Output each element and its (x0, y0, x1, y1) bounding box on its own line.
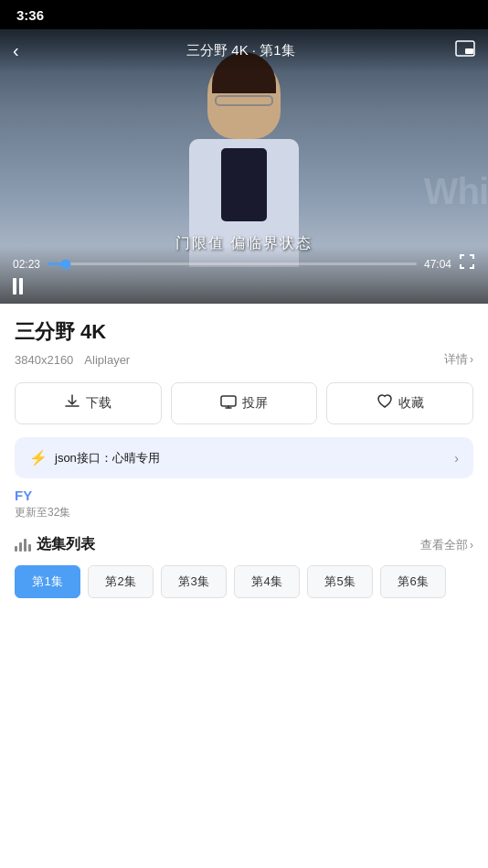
json-banner[interactable]: ⚡ json接口：心晴专用 › (15, 437, 473, 478)
pause-bar-2 (19, 278, 23, 295)
current-time: 02:23 (13, 258, 40, 271)
action-buttons: 下载 投屏 收藏 (15, 382, 473, 424)
svg-rect-1 (465, 48, 473, 54)
cast-icon (220, 393, 237, 413)
episode-item[interactable]: 第6集 (380, 565, 446, 598)
progress-dot (61, 259, 71, 269)
bar4 (28, 544, 31, 552)
cast-button[interactable]: 投屏 (171, 382, 318, 424)
episode-item[interactable]: 第5集 (307, 565, 373, 598)
detail-chevron-icon: › (470, 353, 473, 366)
episode-item[interactable]: 第2集 (88, 565, 154, 598)
whi-overlay: Whi (424, 171, 488, 212)
episode-section: 选集列表 查看全部 › 第1集第2集第3集第4集第5集第6集 (0, 524, 488, 605)
json-arrow-icon: › (454, 451, 459, 466)
pause-bar-1 (13, 278, 16, 295)
bar3 (24, 539, 27, 552)
person-glasses (215, 95, 273, 106)
back-button[interactable]: ‹ (13, 40, 19, 61)
bar1 (15, 546, 17, 552)
download-button[interactable]: 下载 (15, 382, 162, 424)
episode-header: 选集列表 查看全部 › (15, 535, 473, 554)
favorite-button[interactable]: 收藏 (326, 382, 473, 424)
video-top-bar: ‹ 三分野 4K · 第1集 (0, 29, 488, 72)
progress-track[interactable] (48, 263, 417, 265)
play-pause-button[interactable] (13, 278, 23, 295)
download-icon (64, 393, 80, 413)
video-title: 三分野 4K · 第1集 (186, 42, 294, 59)
view-all-link[interactable]: 查看全部 › (420, 537, 473, 553)
video-resolution: 3840x2160 (15, 353, 73, 367)
pause-icon (13, 278, 23, 295)
episode-item[interactable]: 第3集 (161, 565, 227, 598)
fullscreen-button[interactable] (459, 253, 475, 274)
json-label: json接口：心晴专用 (55, 450, 160, 466)
person-inner (221, 148, 267, 221)
progress-bar-container[interactable]: 02:23 47:04 (13, 253, 475, 274)
video-player[interactable]: Whi ‹ 三分野 4K · 第1集 门限值 偏临界状态 02:23 47:04 (0, 29, 488, 304)
video-controls: 02:23 47:04 (0, 246, 488, 304)
episode-list: 第1集第2集第3集第4集第5集第6集 (15, 565, 473, 605)
status-time: 3:36 (16, 7, 44, 23)
source-info: FY 更新至32集 (0, 478, 488, 524)
lightning-icon: ⚡ (29, 449, 48, 466)
video-person-figure (162, 57, 326, 258)
video-main-title: 三分野 4K (15, 318, 473, 346)
heart-icon (377, 393, 393, 413)
source-update: 更新至32集 (15, 505, 473, 520)
view-all-chevron-icon: › (470, 539, 473, 552)
episode-item[interactable]: 第4集 (234, 565, 300, 598)
total-time: 47:04 (424, 258, 451, 271)
svg-rect-2 (221, 396, 236, 406)
episode-item[interactable]: 第1集 (15, 565, 80, 598)
detail-link[interactable]: 详情 › (444, 351, 473, 368)
content-area: 三分野 4K 3840x2160 Aliplayer 详情 › (0, 304, 488, 368)
pip-button[interactable] (455, 40, 475, 61)
status-bar: 3:36 (0, 0, 488, 29)
bar2 (19, 542, 22, 552)
episode-title: 选集列表 (15, 535, 95, 554)
controls-row (13, 278, 475, 295)
video-player-name: Aliplayer (84, 353, 130, 367)
bar-chart-icon (15, 539, 31, 552)
source-name: FY (15, 488, 473, 503)
video-meta: 3840x2160 Aliplayer 详情 › (15, 351, 473, 368)
